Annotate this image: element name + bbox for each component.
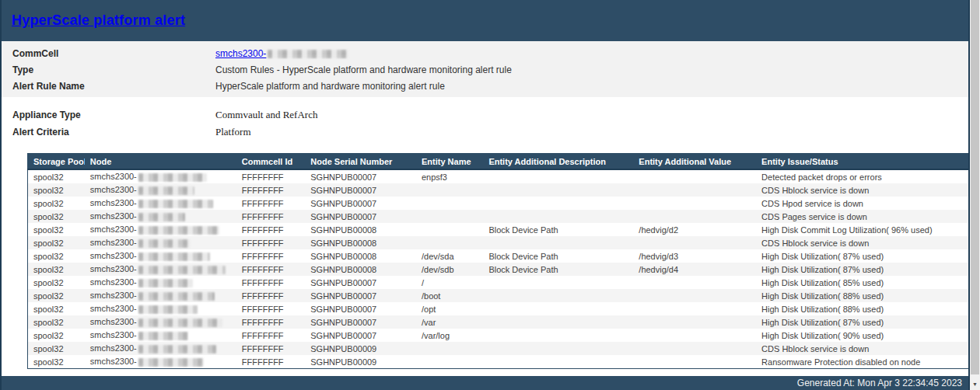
cell-node-serial-number: SGHNPUB00007	[305, 289, 416, 302]
cell-commcell-id: FFFFFFFF	[236, 197, 305, 210]
commcell-label: CommCell	[12, 48, 215, 59]
cell-entity-additional-description	[483, 289, 633, 302]
cell-commcell-id: FFFFFFFF	[236, 302, 305, 315]
cell-entity-issue-status: CDS Hblock service is down	[756, 183, 969, 197]
cell-entity-issue-status: High Disk Utilization( 87% used)	[756, 263, 969, 276]
cell-node-serial-number: SGHNPUB00007	[305, 183, 416, 197]
cell-node: smchs2300-	[85, 315, 236, 329]
cell-entity-name	[416, 183, 483, 197]
cell-entity-name	[416, 236, 483, 249]
cell-entity-name	[416, 210, 483, 223]
appliance-type-label: Appliance Type	[12, 110, 215, 120]
cell-entity-additional-description	[483, 197, 633, 210]
cell-node: smchs2300-	[85, 236, 236, 249]
cell-storage-pool: spool32	[28, 263, 85, 276]
cell-entity-name	[416, 355, 483, 369]
cell-node: smchs2300-	[85, 289, 236, 302]
cell-entity-name: /opt	[416, 302, 483, 315]
info-white-section: Appliance Type Commvault and RefArch Ale…	[2, 97, 970, 141]
cell-entity-additional-description: Block Device Path	[483, 249, 633, 263]
col-header-storage-pool: Storage Pool	[28, 154, 85, 170]
generated-at-text: Generated At: Mon Apr 3 22:34:45 2023	[797, 378, 962, 388]
cell-node-serial-number: SGHNPUB00007	[305, 197, 416, 210]
cell-entity-additional-value	[633, 276, 756, 289]
info-band: CommCell smchs2300- Type Custom Rules - …	[2, 41, 970, 97]
alert-title-link[interactable]: HyperScale platform alert	[12, 12, 185, 29]
cell-entity-additional-value	[633, 183, 756, 197]
cell-entity-additional-description	[483, 236, 633, 249]
cell-entity-additional-description	[483, 315, 633, 329]
table-row: spool32smchs2300-FFFFFFFFSGHNPUB00008Blo…	[28, 223, 970, 236]
redacted-node-name	[138, 266, 226, 274]
cell-node: smchs2300-	[85, 263, 236, 276]
cell-entity-issue-status: Detected packet drops or errors	[756, 169, 969, 183]
table-row: spool32smchs2300-FFFFFFFFSGHNPUB00008/de…	[28, 263, 970, 276]
cell-entity-additional-description	[483, 169, 633, 183]
cell-entity-name: /	[416, 276, 483, 289]
cell-entity-additional-description	[483, 183, 633, 197]
cell-entity-additional-description: Block Device Path	[483, 223, 633, 236]
redacted-node-name	[138, 332, 188, 340]
cell-entity-additional-value	[633, 210, 756, 223]
info-row-alert-criteria: Alert Criteria Platform	[2, 124, 970, 141]
table-header-row: Storage PoolNodeCommcell IdNode Serial N…	[28, 154, 970, 170]
cell-node: smchs2300-	[85, 197, 236, 210]
cell-entity-additional-value: /hedvig/d4	[633, 263, 756, 276]
table-row: spool32smchs2300-FFFFFFFFSGHNPUB00007CDS…	[28, 210, 970, 223]
cell-node: smchs2300-	[85, 249, 236, 263]
cell-commcell-id: FFFFFFFF	[236, 210, 305, 223]
cell-storage-pool: spool32	[28, 302, 85, 315]
cell-node-serial-number: SGHNPUB00009	[305, 342, 416, 355]
cell-storage-pool: spool32	[28, 276, 85, 289]
cell-entity-additional-value	[633, 342, 756, 355]
alert-table-body: spool32smchs2300-FFFFFFFFSGHNPUB00007enp…	[28, 169, 970, 369]
cell-entity-issue-status: CDS Hpod service is down	[756, 197, 969, 210]
cell-node: smchs2300-	[85, 329, 236, 342]
commcell-link[interactable]: smchs2300-	[215, 48, 266, 59]
cell-storage-pool: spool32	[28, 315, 85, 329]
cell-entity-additional-description	[483, 355, 633, 369]
cell-entity-additional-description	[483, 329, 633, 342]
cell-node-serial-number: SGHNPUB00007	[305, 210, 416, 223]
cell-entity-name: /dev/sda	[416, 249, 483, 263]
cell-entity-issue-status: CDS Hblock service is down	[756, 342, 969, 355]
cell-storage-pool: spool32	[28, 329, 85, 342]
cell-node-serial-number: SGHNPUB00008	[305, 236, 416, 249]
table-row: spool32smchs2300-FFFFFFFFSGHNPUB00007/op…	[28, 302, 970, 315]
cell-entity-additional-description	[483, 342, 633, 355]
scroll-down-button[interactable]: ▼	[970, 378, 980, 390]
cell-entity-issue-status: High Disk Utilization( 88% used)	[756, 302, 969, 315]
cell-node-serial-number: SGHNPUB00007	[305, 329, 416, 342]
cell-node-serial-number: SGHNPUB00008	[305, 223, 416, 236]
col-header-entity-issue-status: Entity Issue/Status	[756, 154, 969, 170]
cell-node-serial-number: SGHNPUB00007	[305, 276, 416, 289]
cell-entity-issue-status: High Disk Utilization( 90% used)	[756, 329, 969, 342]
vertical-scrollbar[interactable]: ▼	[970, 0, 980, 390]
cell-node-serial-number: SGHNPUB00008	[305, 249, 416, 263]
cell-node: smchs2300-	[85, 169, 236, 183]
scrollbar-thumb[interactable]	[971, 0, 979, 374]
col-header-node: Node	[85, 154, 236, 170]
redacted-node-name	[138, 279, 193, 287]
table-row: spool32smchs2300-FFFFFFFFSGHNPUB00007/va…	[28, 329, 970, 342]
redacted-node-name	[138, 226, 219, 235]
cell-entity-issue-status: High Disk Utilization( 87% used)	[756, 315, 969, 329]
info-row-commcell: CommCell smchs2300-	[2, 45, 970, 61]
col-header-node-serial-number: Node Serial Number	[305, 154, 416, 170]
cell-storage-pool: spool32	[28, 183, 85, 197]
cell-entity-additional-value	[633, 289, 756, 302]
cell-node: smchs2300-	[85, 210, 236, 223]
cell-entity-name: /var/log	[416, 329, 483, 342]
cell-entity-name: /var	[416, 315, 483, 329]
info-row-appliance-type: Appliance Type Commvault and RefArch	[2, 106, 970, 124]
cell-commcell-id: FFFFFFFF	[236, 329, 305, 342]
cell-entity-additional-description	[483, 210, 633, 223]
alert-page: HyperScale platform alert CommCell smchs…	[0, 0, 970, 390]
cell-entity-issue-status: High Disk Utilization( 85% used)	[756, 276, 969, 289]
cell-entity-additional-value	[633, 169, 756, 183]
cell-entity-issue-status: CDS Pages service is down	[756, 210, 969, 223]
cell-storage-pool: spool32	[28, 236, 85, 249]
cell-entity-issue-status: High Disk Utilization( 87% used)	[756, 249, 969, 263]
table-row: spool32smchs2300-FFFFFFFFSGHNPUB00007CDS…	[28, 197, 970, 210]
commcell-value: smchs2300-	[215, 48, 348, 59]
